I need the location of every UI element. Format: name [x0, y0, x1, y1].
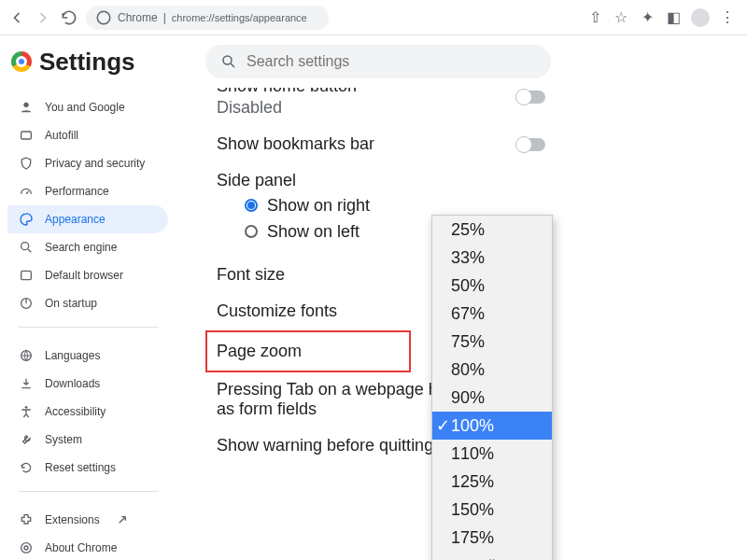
speedometer-icon	[19, 184, 34, 199]
share-icon[interactable]: ⇧	[586, 9, 603, 26]
kebab-menu-icon[interactable]: ⋮	[719, 9, 736, 26]
sidebar-item-extensions[interactable]: Extensions	[7, 506, 168, 534]
zoom-option[interactable]: 33%	[432, 244, 552, 272]
search-icon	[19, 240, 34, 255]
sidebar-item-label: About Chrome	[45, 541, 117, 554]
row-label: Show warning before quitting	[217, 436, 433, 455]
row-show-home-button: Show home button Disabled	[205, 88, 551, 127]
reset-icon	[19, 460, 34, 475]
zoom-option[interactable]: 150%	[432, 496, 552, 524]
sidebar-item-privacy[interactable]: Privacy and security	[7, 149, 168, 177]
accessibility-icon	[19, 404, 34, 419]
toggle-show-bookmarks[interactable]	[517, 138, 545, 151]
zoom-option[interactable]: 125%	[432, 468, 552, 496]
svg-point-9	[21, 543, 32, 553]
globe-icon	[19, 348, 34, 363]
row-label: Show home button	[217, 88, 357, 96]
zoom-option[interactable]: 75%	[432, 328, 552, 356]
page-zoom-dropdown[interactable]: 25%33%50%67%75%80%90%100%110%125%150%175…	[431, 215, 553, 560]
search-input[interactable]	[247, 53, 536, 70]
sidebar-item-appearance[interactable]: Appearance	[7, 205, 168, 233]
sidebar-item-label: Default browser	[45, 269, 123, 282]
sidebar-item-about[interactable]: About Chrome	[7, 534, 168, 560]
sidebar-item-autofill[interactable]: Autofill	[7, 121, 168, 149]
person-icon	[19, 100, 34, 115]
svg-rect-3	[21, 132, 32, 139]
row-label: Show bookmarks bar	[217, 134, 374, 154]
zoom-option[interactable]: 80%	[432, 356, 552, 384]
puzzle-icon	[19, 512, 34, 527]
sidebar-item-label: Extensions	[45, 513, 100, 526]
sidebar-item-label: On startup	[45, 297, 97, 310]
forward-button[interactable]	[34, 8, 52, 27]
app-header: Settings	[0, 35, 747, 88]
svg-point-10	[24, 546, 28, 550]
omnibox[interactable]: Chrome | chrome://settings/appearance	[86, 6, 329, 30]
svg-point-4	[21, 243, 29, 250]
chrome-logo-icon	[11, 51, 32, 72]
radio-label: Show on right	[267, 192, 370, 218]
row-sublabel: Disabled	[217, 98, 357, 118]
sidebar-item-accessibility[interactable]: Accessibility	[7, 398, 168, 426]
zoom-option[interactable]: 175%	[432, 524, 552, 552]
zoom-option[interactable]: 110%	[432, 440, 552, 468]
wrench-icon	[19, 432, 34, 447]
omnibox-url: chrome://settings/appearance	[172, 12, 307, 23]
zoom-option[interactable]: 90%	[432, 384, 552, 412]
sidebar-item-label: Autofill	[45, 129, 78, 142]
row-label: Side panel	[217, 171, 551, 190]
row-page-zoom[interactable]: Page zoom	[205, 330, 411, 372]
sidebar-item-label: Privacy and security	[45, 157, 145, 170]
row-label: Font size	[217, 265, 285, 284]
avatar[interactable]	[691, 8, 710, 27]
power-icon	[19, 296, 34, 311]
sidebar-item-system[interactable]: System	[7, 426, 168, 454]
toggle-show-home-button[interactable]	[517, 91, 545, 104]
sidebar-item-label: Languages	[45, 349, 100, 362]
search-settings[interactable]	[205, 45, 551, 78]
palette-icon	[19, 212, 34, 227]
download-icon	[19, 376, 34, 391]
zoom-option[interactable]: 50%	[432, 272, 552, 300]
sidebar-item-search-engine[interactable]: Search engine	[7, 233, 168, 261]
sidebar-item-label: Downloads	[45, 377, 100, 390]
sidebar-item-label: Appearance	[45, 213, 106, 226]
sidebar-item-label: Accessibility	[45, 405, 106, 418]
zoom-option[interactable]: 100%	[432, 412, 552, 440]
sidebar-item-languages[interactable]: Languages	[7, 342, 168, 370]
sidebar-item-label: Search engine	[45, 241, 117, 254]
sidebar: You and Google Autofill Privacy and secu…	[0, 88, 205, 560]
star-icon[interactable]: ☆	[613, 9, 629, 26]
browser-toolbar: Chrome | chrome://settings/appearance ⇧ …	[0, 0, 747, 35]
autofill-icon	[19, 128, 34, 143]
svg-point-2	[23, 103, 28, 107]
zoom-option[interactable]: 67%	[432, 300, 552, 328]
svg-rect-5	[21, 271, 32, 279]
search-icon	[220, 53, 237, 70]
main-panel: Show home button Disabled Show bookmarks…	[205, 88, 747, 560]
shield-icon	[19, 156, 34, 171]
sidebar-item-label: Performance	[45, 185, 109, 198]
row-label: Page zoom	[217, 342, 302, 360]
side-panel-icon[interactable]: ◧	[665, 9, 682, 26]
sidebar-item-reset[interactable]: Reset settings	[7, 454, 168, 482]
sidebar-item-default-browser[interactable]: Default browser	[7, 261, 168, 289]
sidebar-item-downloads[interactable]: Downloads	[7, 370, 168, 398]
reload-button[interactable]	[60, 8, 78, 27]
browser-icon	[19, 268, 34, 283]
row-show-bookmarks: Show bookmarks bar	[205, 127, 551, 163]
page-title: Settings	[39, 48, 135, 77]
chrome-page-icon	[95, 9, 112, 26]
chevron-down-icon[interactable]: ⌄	[432, 552, 552, 560]
sidebar-item-label: System	[45, 433, 82, 446]
svg-point-0	[97, 11, 110, 24]
extensions-puzzle-icon[interactable]: ✦	[639, 9, 655, 26]
sidebar-item-on-startup[interactable]: On startup	[7, 289, 168, 317]
sidebar-item-performance[interactable]: Performance	[7, 177, 168, 205]
sidebar-item-you-and-google[interactable]: You and Google	[7, 93, 168, 121]
back-button[interactable]	[7, 8, 26, 27]
sidebar-item-label: Reset settings	[45, 461, 116, 474]
svg-point-8	[25, 406, 28, 409]
omnibox-prefix: Chrome	[118, 11, 158, 24]
zoom-option[interactable]: 25%	[432, 216, 552, 244]
